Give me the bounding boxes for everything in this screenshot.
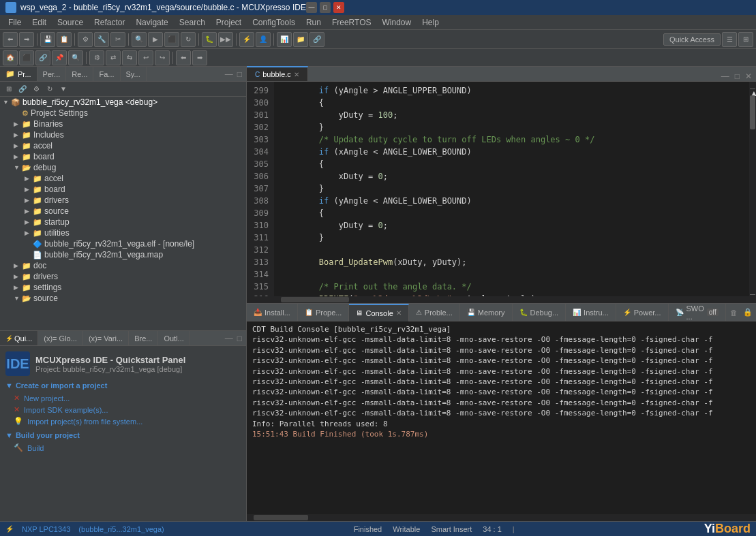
console-tab-close[interactable]: ✕ [396, 309, 402, 317]
toolbar-btn-15[interactable]: 🔗 [309, 32, 324, 47]
menu-project[interactable]: Project [211, 16, 247, 29]
tree-item-debug-utilities[interactable]: ▶ 📁 utilities [0, 227, 246, 238]
toolbar-btn-6[interactable]: ✂ [110, 32, 125, 47]
toolbar2-btn-5[interactable]: 🔍 [68, 50, 83, 65]
toolbar2-btn-6[interactable]: ⚙ [89, 50, 104, 65]
editor-tab-close[interactable]: ✕ [294, 71, 299, 78]
bottom-tab-quickstart[interactable]: ⚡Qui... [0, 331, 38, 345]
console-tab-power[interactable]: ⚡Power... [616, 304, 669, 321]
tree-item-binaries[interactable]: ▶ 📁 Binaries [0, 119, 246, 129]
close-button[interactable]: ✕ [333, 2, 344, 13]
menu-file[interactable]: File [3, 16, 27, 29]
editor-minimize[interactable]: — [720, 72, 731, 81]
editor-tab-bubble-c[interactable]: C bubble.c ✕ [247, 66, 308, 81]
tree-item-debug-source[interactable]: ▶ 📁 source [0, 206, 246, 217]
tree-link[interactable]: 🔗 [16, 83, 29, 95]
toolbar-btn-8[interactable]: ▶ [148, 32, 163, 47]
toolbar-btn-2[interactable]: ➡ [19, 32, 34, 47]
editor-close[interactable]: ✕ [744, 72, 753, 81]
menu-search[interactable]: Search [174, 16, 211, 29]
maximize-button[interactable]: □ [320, 2, 331, 13]
console-tab-properties[interactable]: 📋Prope... [298, 304, 350, 321]
toolbar-btn-1[interactable]: ⬅ [3, 32, 18, 47]
toolbar2-btn-2[interactable]: ⬛ [19, 50, 34, 65]
console-tab-instru[interactable]: 📊Instru... [566, 304, 616, 321]
toolbar2-btn-12[interactable]: ➡ [192, 50, 207, 65]
toolbar-btn-10[interactable]: ↻ [181, 32, 196, 47]
menu-freertos[interactable]: FreeRTOS [327, 16, 377, 29]
console-tab-memory[interactable]: 💾Memory [460, 304, 513, 321]
tree-item-debug-drivers[interactable]: ▶ 📁 drivers [0, 195, 246, 206]
editor-horizontal-scrollbar[interactable] [247, 296, 756, 303]
toolbar2-btn-8[interactable]: ⇆ [122, 50, 137, 65]
toolbar-btn-4[interactable]: ⚙ [78, 32, 93, 47]
console-scroll-lock[interactable]: 🔒 [742, 308, 754, 317]
bottom-tab-breakpoints[interactable]: Bre... [129, 331, 158, 345]
console-tab-problems[interactable]: ⚠Proble... [409, 304, 460, 321]
toolbar-btn-9[interactable]: ⬛ [164, 32, 179, 47]
menu-edit[interactable]: Edit [27, 16, 52, 29]
left-tab-favorites[interactable]: Fa... [93, 67, 120, 81]
tree-item-accel[interactable]: ▶ 📁 accel [0, 140, 246, 151]
console-clear[interactable]: 🗑 [729, 309, 739, 317]
toolbar2-btn-3[interactable]: 🔗 [35, 50, 50, 65]
quick-access-input[interactable]: Quick Access [663, 33, 721, 46]
left-tab-registers[interactable]: Re... [66, 67, 93, 81]
qs-section-build-header[interactable]: ▼ Build your project [5, 431, 241, 439]
menu-window[interactable]: Window [376, 16, 417, 29]
editor-vertical-scrollbar[interactable]: ▲ ▼ [749, 82, 756, 296]
tree-item-debug-startup[interactable]: ▶ 📁 startup [0, 217, 246, 227]
left-tab-symbols[interactable]: Sy... [121, 67, 147, 81]
tree-filter[interactable]: ⚙ [30, 83, 42, 95]
console-tab-swo[interactable]: 📡SWO ... off [669, 304, 726, 321]
qs-new-project[interactable]: ✕ New project... [5, 392, 241, 404]
toolbar-btn-16[interactable]: ☰ [722, 32, 737, 47]
bottom-left-maximize[interactable]: □ [236, 334, 243, 343]
tree-dropdown[interactable]: ▼ [57, 83, 70, 95]
toolbar-btn-17[interactable]: ⊞ [738, 32, 753, 47]
status-nxp[interactable]: NXP LPC1343 [22, 525, 70, 533]
toolbar2-btn-7[interactable]: ⇄ [106, 50, 121, 65]
menu-source[interactable]: Source [52, 16, 89, 29]
toolbar-btn-12[interactable]: 👤 [256, 32, 271, 47]
tree-item-debug[interactable]: ▼ 📂 debug [0, 162, 246, 173]
console-tab-console[interactable]: 🖥Console ✕ [349, 304, 408, 321]
toolbar-btn-save[interactable]: 💾 [40, 32, 55, 47]
tree-item-elf[interactable]: 🔷 bubble_ri5cy_rv32m1_vega.elf - [none/l… [0, 238, 246, 249]
left-panel-minimize[interactable]: — [224, 69, 235, 79]
tree-item-map[interactable]: 📄 bubble_ri5cy_rv32m1_vega.map [0, 249, 246, 260]
console-tab-install[interactable]: 📥Install... [247, 304, 298, 321]
minimize-button[interactable]: — [306, 2, 317, 13]
bottom-tab-globals[interactable]: (x)= Glo... [38, 331, 83, 345]
toolbar2-btn-1[interactable]: 🏠 [3, 50, 18, 65]
toolbar-btn-run[interactable]: ▶▶ [218, 32, 233, 47]
left-tab-peripheral[interactable]: Per... [37, 67, 67, 81]
tree-item-includes[interactable]: ▶ 📁 Includes [0, 129, 246, 140]
tree-item-project-settings[interactable]: ⚙ Project Settings [0, 108, 246, 119]
toolbar2-btn-9[interactable]: ↩ [138, 50, 153, 65]
menu-refactor[interactable]: Refactor [89, 16, 130, 29]
tree-collapse-all[interactable]: ⊞ [3, 83, 15, 95]
tree-item-debug-accel[interactable]: ▶ 📁 accel [0, 173, 246, 184]
tree-item-source[interactable]: ▼ 📂 source [0, 293, 246, 304]
qs-import-sdk[interactable]: ✕ Import SDK example(s)... [5, 404, 241, 415]
toolbar2-btn-11[interactable]: ⬅ [176, 50, 191, 65]
console-tab-debug[interactable]: 🐛Debug... [513, 304, 566, 321]
tree-item-drivers[interactable]: ▶ 📁 drivers [0, 271, 246, 282]
menu-navigate[interactable]: Navigate [130, 16, 173, 29]
bottom-tab-variables[interactable]: (x)= Vari... [83, 331, 129, 345]
toolbar-btn-5[interactable]: 🔧 [94, 32, 109, 47]
tree-item-settings[interactable]: ▶ 📁 settings [0, 282, 246, 293]
bottom-left-minimize[interactable]: — [224, 334, 235, 343]
bottom-tab-outline[interactable]: Outl... [158, 331, 190, 345]
menu-help[interactable]: Help [417, 16, 444, 29]
left-panel-maximize[interactable]: □ [236, 69, 243, 79]
menu-configtools[interactable]: ConfigTools [247, 16, 301, 29]
toolbar-btn-7[interactable]: 🔍 [132, 32, 147, 47]
menu-run[interactable]: Run [301, 16, 327, 29]
code-content[interactable]: if (yAngle > ANGLE_UPPER_BOUND) { yDuty … [274, 82, 749, 296]
toolbar-btn-3[interactable]: 📋 [57, 32, 72, 47]
tree-item-board[interactable]: ▶ 📁 board [0, 151, 246, 162]
qs-import-projects[interactable]: 💡 Import project(s) from file system... [5, 415, 241, 427]
tree-refresh[interactable]: ↻ [44, 83, 56, 95]
